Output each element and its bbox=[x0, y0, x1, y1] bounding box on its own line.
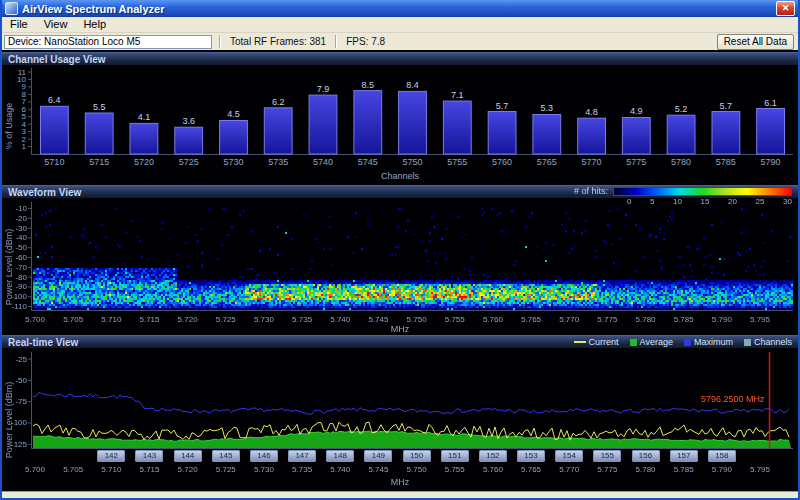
channel-box[interactable]: 155 bbox=[593, 450, 621, 462]
x-axis-tick-label: 5775 bbox=[626, 157, 646, 167]
usage-bar bbox=[41, 106, 69, 154]
bar-value-label: 7.1 bbox=[451, 90, 464, 100]
usage-bar bbox=[533, 115, 561, 155]
legend-item-average: Average bbox=[630, 336, 673, 349]
title-bar[interactable]: AirView Spectrum Analyzer ✕ bbox=[2, 0, 798, 17]
x-axis-tick-label: 5780 bbox=[671, 157, 691, 167]
bar-value-label: 4.5 bbox=[227, 109, 240, 119]
channel-usage-bar-chart: 12345678910116.457105.557154.157203.6572… bbox=[2, 66, 798, 185]
bar-value-label: 8.4 bbox=[406, 80, 419, 90]
usage-bar bbox=[354, 91, 382, 154]
realtime-plot[interactable] bbox=[2, 348, 798, 491]
usage-bar bbox=[622, 118, 650, 155]
current-swatch-icon bbox=[574, 341, 586, 343]
hits-colorbar-gradient bbox=[613, 187, 792, 196]
channel-box[interactable]: 144 bbox=[174, 450, 202, 462]
usage-bar bbox=[264, 108, 292, 154]
channel-box[interactable]: 154 bbox=[555, 450, 583, 462]
channel-box[interactable]: 157 bbox=[670, 450, 698, 462]
x-axis-tick-label: 5785 bbox=[716, 157, 736, 167]
bar-value-label: 5.5 bbox=[93, 102, 106, 112]
bar-value-label: 5.3 bbox=[541, 103, 554, 113]
usage-bar bbox=[220, 121, 248, 155]
x-axis-tick-label: 5740 bbox=[313, 157, 333, 167]
menu-view[interactable]: View bbox=[36, 17, 76, 32]
waveform-ylabel: Power Level (dBm) bbox=[4, 224, 14, 310]
hits-colorbar-label: # of hits: bbox=[574, 186, 608, 196]
x-axis-tick-label: 5755 bbox=[447, 157, 467, 167]
channel-box[interactable]: 143 bbox=[135, 450, 163, 462]
menu-file[interactable]: File bbox=[2, 17, 36, 32]
x-axis-tick-label: 5710 bbox=[44, 157, 64, 167]
channel-box[interactable]: 148 bbox=[326, 450, 354, 462]
colorbar-tick-label: 25 bbox=[756, 197, 765, 206]
x-axis-tick-label: 5735 bbox=[268, 157, 288, 167]
usage-bar bbox=[175, 127, 203, 154]
usage-bar bbox=[712, 112, 740, 155]
legend-label: Average bbox=[640, 336, 673, 349]
toolbar: Device: NanoStation Loco M5 Total RF Fra… bbox=[2, 33, 798, 51]
channel-usage-title: Channel Usage View bbox=[8, 53, 106, 66]
x-axis-tick-label: 5750 bbox=[402, 157, 422, 167]
menu-help[interactable]: Help bbox=[75, 17, 114, 32]
usage-bar bbox=[130, 123, 158, 154]
hits-colorbar-ticks: 051015202530 bbox=[627, 196, 792, 206]
fps-label: FPS: 7.8 bbox=[340, 36, 391, 47]
device-selector[interactable]: Device: NanoStation Loco M5 bbox=[4, 35, 212, 49]
usage-bar bbox=[757, 109, 785, 155]
usage-bar bbox=[85, 113, 113, 154]
channel-box[interactable]: 146 bbox=[250, 450, 278, 462]
channel-box[interactable]: 158 bbox=[708, 450, 736, 462]
x-axis-tick-label: 5745 bbox=[358, 157, 378, 167]
x-axis-tick-label: 5790 bbox=[761, 157, 781, 167]
usage-bar bbox=[578, 118, 606, 154]
x-axis-tick-label: 5770 bbox=[582, 157, 602, 167]
channel-box[interactable]: 150 bbox=[403, 450, 431, 462]
realtime-chart-area: 1421431441451461471481491501511521531541… bbox=[2, 348, 798, 492]
channel-box[interactable]: 156 bbox=[632, 450, 660, 462]
bar-value-label: 6.4 bbox=[48, 95, 61, 105]
bar-value-label: 6.2 bbox=[272, 97, 285, 107]
colorbar-tick-label: 0 bbox=[627, 197, 631, 206]
colorbar-tick-label: 20 bbox=[728, 197, 737, 206]
bar-value-label: 4.1 bbox=[138, 112, 151, 122]
channel-usage-xlabel: Channels bbox=[2, 171, 798, 181]
usage-bar bbox=[667, 115, 695, 154]
colorbar-tick-label: 10 bbox=[673, 197, 682, 206]
usage-bar bbox=[488, 112, 516, 155]
x-axis-tick-label: 5730 bbox=[223, 157, 243, 167]
x-axis-tick-label: 5715 bbox=[89, 157, 109, 167]
bar-value-label: 6.1 bbox=[764, 98, 777, 108]
channel-box[interactable]: 142 bbox=[97, 450, 125, 462]
channel-usage-ylabel: % of Usage bbox=[4, 83, 14, 169]
channel-box[interactable]: 147 bbox=[288, 450, 316, 462]
colorbar-tick-label: 30 bbox=[783, 197, 792, 206]
legend-item-current: Current bbox=[574, 336, 619, 349]
usage-bar bbox=[399, 91, 427, 154]
bar-value-label: 3.6 bbox=[182, 116, 195, 126]
usage-bar bbox=[443, 101, 471, 154]
bar-value-label: 7.9 bbox=[317, 84, 330, 94]
channel-box[interactable]: 152 bbox=[479, 450, 507, 462]
menu-bar: File View Help bbox=[2, 17, 798, 33]
app-window: AirView Spectrum Analyzer ✕ File View He… bbox=[0, 0, 800, 500]
legend-item-maximum: Maximum bbox=[684, 336, 733, 349]
channel-box[interactable]: 151 bbox=[441, 450, 469, 462]
panel-header-channel-usage: Channel Usage View bbox=[2, 52, 798, 65]
channel-box[interactable]: 149 bbox=[364, 450, 392, 462]
waveform-spectrogram bbox=[2, 198, 798, 335]
channel-box[interactable]: 153 bbox=[517, 450, 545, 462]
spectrum-views-area: Channel Usage View 12345678910116.457105… bbox=[2, 50, 798, 492]
bar-value-label: 8.5 bbox=[361, 80, 374, 90]
legend-label: Channels bbox=[754, 336, 792, 349]
channel-box[interactable]: 145 bbox=[212, 450, 240, 462]
close-button[interactable]: ✕ bbox=[776, 1, 795, 16]
reset-all-data-button[interactable]: Reset All Data bbox=[717, 34, 794, 50]
legend-item-channels: Channels bbox=[744, 336, 792, 349]
colorbar-tick-label: 5 bbox=[650, 197, 654, 206]
maximum-swatch-icon bbox=[684, 339, 691, 346]
panel-header-realtime: Real-time View CurrentAverageMaximumChan… bbox=[2, 335, 798, 348]
window-bottom-edge bbox=[2, 491, 798, 498]
toolbar-separator bbox=[335, 35, 337, 48]
y-axis-tick-label: 11 bbox=[18, 68, 27, 77]
